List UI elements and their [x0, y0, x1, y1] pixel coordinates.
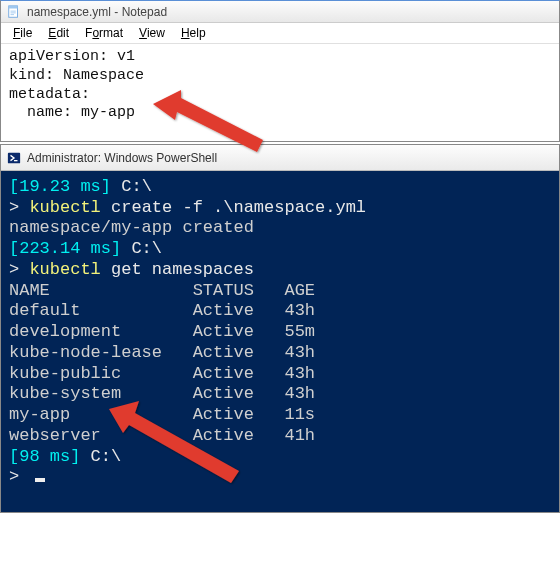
timing-badge: [19.23 ms] [9, 177, 111, 196]
notepad-text-area[interactable]: apiVersion: v1 kind: Namespace metadata:… [1, 44, 559, 141]
menu-edit[interactable]: Edit [42, 25, 75, 41]
command: kubectl [29, 198, 100, 217]
yaml-line: apiVersion: v1 [9, 48, 551, 67]
table-row: my-app Active 11s [9, 405, 551, 426]
prompt: > [9, 198, 29, 217]
notepad-window: namespace.yml - Notepad File Edit Format… [0, 0, 560, 142]
args: get namespaces [101, 260, 254, 279]
terminal-line: > [9, 467, 551, 488]
yaml-line: kind: Namespace [9, 67, 551, 86]
svg-rect-1 [9, 5, 18, 8]
powershell-icon [7, 151, 21, 165]
table-row: development Active 55m [9, 322, 551, 343]
table-header: NAME STATUS AGE [9, 281, 551, 302]
cwd: C:\ [111, 177, 152, 196]
table-row: default Active 43h [9, 301, 551, 322]
menu-format[interactable]: Format [79, 25, 129, 41]
notepad-menubar: File Edit Format View Help [1, 23, 559, 44]
table-row: webserver Active 41h [9, 426, 551, 447]
prompt: > [9, 467, 29, 486]
powershell-terminal[interactable]: [19.23 ms] C:\ > kubectl create -f .\nam… [1, 171, 559, 512]
table-row: kube-public Active 43h [9, 364, 551, 385]
notepad-title: namespace.yml - Notepad [27, 5, 167, 19]
notepad-icon [7, 5, 21, 19]
terminal-line: > kubectl get namespaces [9, 260, 551, 281]
args: create -f .\namespace.yml [101, 198, 366, 217]
terminal-output: namespace/my-app created [9, 218, 551, 239]
table-row: kube-node-lease Active 43h [9, 343, 551, 364]
cursor-icon [35, 478, 45, 482]
yaml-line: name: my-app [9, 104, 551, 123]
powershell-window: Administrator: Windows PowerShell [19.23… [0, 144, 560, 513]
prompt: > [9, 260, 29, 279]
table-row: kube-system Active 43h [9, 384, 551, 405]
timing-badge: [223.14 ms] [9, 239, 121, 258]
cwd: C:\ [121, 239, 162, 258]
menu-file[interactable]: File [7, 25, 38, 41]
command: kubectl [29, 260, 100, 279]
yaml-line: metadata: [9, 86, 551, 105]
terminal-line: > kubectl create -f .\namespace.yml [9, 198, 551, 219]
terminal-line: [98 ms] C:\ [9, 447, 551, 468]
powershell-title: Administrator: Windows PowerShell [27, 151, 217, 165]
powershell-titlebar[interactable]: Administrator: Windows PowerShell [1, 145, 559, 171]
timing-badge: [98 ms] [9, 447, 80, 466]
menu-view[interactable]: View [133, 25, 171, 41]
cwd: C:\ [80, 447, 121, 466]
terminal-line: [19.23 ms] C:\ [9, 177, 551, 198]
notepad-titlebar[interactable]: namespace.yml - Notepad [1, 1, 559, 23]
terminal-line: [223.14 ms] C:\ [9, 239, 551, 260]
menu-help[interactable]: Help [175, 25, 212, 41]
